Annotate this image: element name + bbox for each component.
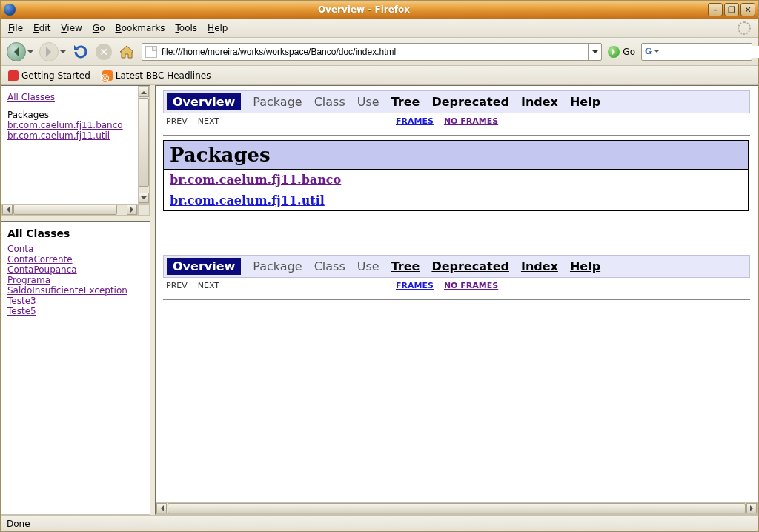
- back-dropdown-icon[interactable]: [27, 50, 33, 56]
- firefox-icon: [4, 4, 16, 16]
- nav-use: Use: [357, 95, 380, 109]
- link-class-contapoupanca[interactable]: ContaPoupanca: [7, 265, 77, 275]
- scroll-thumb[interactable]: [139, 98, 149, 187]
- nav-package: Package: [253, 259, 302, 273]
- scroll-left-button[interactable]: [2, 205, 13, 215]
- link-class-programa[interactable]: Programa: [7, 275, 50, 285]
- link-frames[interactable]: FRAMES: [396, 116, 434, 126]
- link-package-0[interactable]: br.com.caelum.fj11.banco: [7, 120, 123, 130]
- scrollbar-vertical[interactable]: [138, 86, 150, 204]
- link-noframes[interactable]: NO FRAMES: [444, 281, 498, 290]
- page-icon: [145, 46, 157, 58]
- packages-heading: Packages: [164, 141, 749, 170]
- throbber-icon: [738, 21, 751, 35]
- divider: [163, 135, 750, 136]
- nav-index[interactable]: Index: [521, 259, 558, 273]
- bookmark-label: Latest BBC Headlines: [116, 70, 211, 81]
- search-bar[interactable]: G: [641, 43, 752, 61]
- javadoc-subnav-top: PREV NEXT FRAMES NO FRAMES: [163, 113, 750, 133]
- link-class-conta[interactable]: Conta: [7, 244, 33, 254]
- scroll-left-button[interactable]: [156, 503, 167, 513]
- menu-edit[interactable]: Edit: [33, 23, 50, 33]
- package-description: [362, 190, 749, 211]
- bookmarks-toolbar: Getting Started Latest BBC Headlines: [1, 66, 758, 85]
- nav-use: Use: [357, 259, 380, 273]
- nav-overview[interactable]: Overview: [167, 258, 241, 275]
- nav-next: NEXT: [198, 281, 219, 290]
- nav-package: Package: [253, 95, 302, 109]
- window-title: Overview - Firefox: [20, 4, 708, 15]
- link-class-teste3[interactable]: Teste3: [7, 296, 36, 306]
- search-engine-dropdown-icon[interactable]: [654, 50, 659, 55]
- link-package-1[interactable]: br.com.caelum.fj11.util: [7, 130, 110, 141]
- forward-button[interactable]: [39, 42, 66, 61]
- bookmark-icon: [8, 70, 19, 81]
- forward-dropdown-icon[interactable]: [60, 50, 66, 56]
- home-icon: [118, 43, 136, 61]
- menu-bar: File Edit View Go Bookmarks Tools Help: [1, 19, 758, 38]
- scrollbar-horizontal[interactable]: [156, 502, 758, 514]
- go-label: Go: [623, 47, 635, 57]
- scrollbar-horizontal[interactable]: [1, 204, 138, 216]
- window-maximize-button[interactable]: ❐: [724, 3, 739, 16]
- link-class-teste5[interactable]: Teste5: [7, 306, 36, 316]
- url-input[interactable]: [160, 47, 588, 57]
- navigation-toolbar: ✕ Go G: [1, 38, 758, 66]
- nav-index[interactable]: Index: [521, 95, 558, 109]
- table-row: br.com.caelum.fj11.util: [164, 190, 749, 211]
- window-titlebar: Overview - Firefox – ❐ ✕: [1, 1, 758, 19]
- nav-tree[interactable]: Tree: [391, 259, 420, 273]
- javadoc-subnav-bottom: PREV NEXT FRAMES NO FRAMES: [163, 278, 750, 298]
- nav-prev: PREV: [166, 281, 188, 290]
- nav-help[interactable]: Help: [570, 95, 600, 109]
- menu-go[interactable]: Go: [93, 23, 105, 33]
- packages-table: Packages br.com.caelum.fj11.banco br.com…: [163, 140, 749, 211]
- go-button[interactable]: Go: [608, 46, 635, 58]
- scroll-right-button[interactable]: [127, 205, 137, 215]
- home-button[interactable]: [118, 43, 136, 61]
- link-package-0[interactable]: br.com.caelum.fj11.banco: [170, 173, 341, 187]
- frame-overview: All Classes Packages br.com.caelum.fj11.…: [1, 85, 150, 216]
- javadoc-navbar-bottom: Overview Package Class Use Tree Deprecat…: [163, 255, 750, 278]
- window-close-button[interactable]: ✕: [740, 3, 755, 16]
- back-button[interactable]: [7, 42, 33, 61]
- menu-bookmarks[interactable]: Bookmarks: [115, 23, 165, 33]
- nav-overview[interactable]: Overview: [167, 93, 241, 110]
- nav-tree[interactable]: Tree: [391, 95, 420, 109]
- link-package-1[interactable]: br.com.caelum.fj11.util: [170, 193, 325, 207]
- link-class-saldoinsuficienteexception[interactable]: SaldoInsuficienteException: [7, 285, 127, 296]
- link-noframes[interactable]: NO FRAMES: [444, 116, 498, 126]
- scroll-right-button[interactable]: [746, 503, 757, 513]
- menu-view[interactable]: View: [61, 23, 82, 33]
- package-description: [362, 170, 749, 190]
- reload-button[interactable]: [72, 43, 90, 61]
- url-bar[interactable]: [142, 43, 602, 61]
- nav-class: Class: [314, 259, 345, 273]
- nav-prev: PREV: [166, 116, 188, 126]
- bookmark-getting-started[interactable]: Getting Started: [8, 70, 90, 81]
- scroll-thumb[interactable]: [168, 503, 746, 513]
- link-all-classes[interactable]: All Classes: [7, 92, 55, 102]
- link-frames[interactable]: FRAMES: [396, 281, 434, 290]
- nav-help[interactable]: Help: [570, 259, 600, 273]
- status-text: Done: [7, 519, 30, 529]
- scroll-down-button[interactable]: [139, 193, 149, 203]
- bookmark-bbc-headlines[interactable]: Latest BBC Headlines: [102, 70, 211, 81]
- divider: [163, 299, 750, 300]
- search-engine-icon[interactable]: G: [645, 46, 652, 57]
- nav-deprecated[interactable]: Deprecated: [431, 259, 509, 273]
- search-input[interactable]: [662, 46, 759, 58]
- window-minimize-button[interactable]: –: [708, 3, 723, 16]
- frame-main: Overview Package Class Use Tree Deprecat…: [155, 85, 758, 515]
- menu-file[interactable]: File: [8, 23, 23, 33]
- scroll-thumb[interactable]: [13, 205, 117, 215]
- url-dropdown-button[interactable]: [588, 44, 601, 60]
- menu-tools[interactable]: Tools: [176, 23, 198, 33]
- nav-deprecated[interactable]: Deprecated: [431, 95, 509, 109]
- link-class-contacorrente[interactable]: ContaCorrente: [7, 254, 73, 265]
- stop-button[interactable]: ✕: [96, 44, 112, 60]
- menu-help[interactable]: Help: [208, 23, 228, 33]
- nav-next: NEXT: [198, 116, 219, 126]
- divider: [163, 250, 750, 250]
- scroll-up-button[interactable]: [139, 87, 149, 97]
